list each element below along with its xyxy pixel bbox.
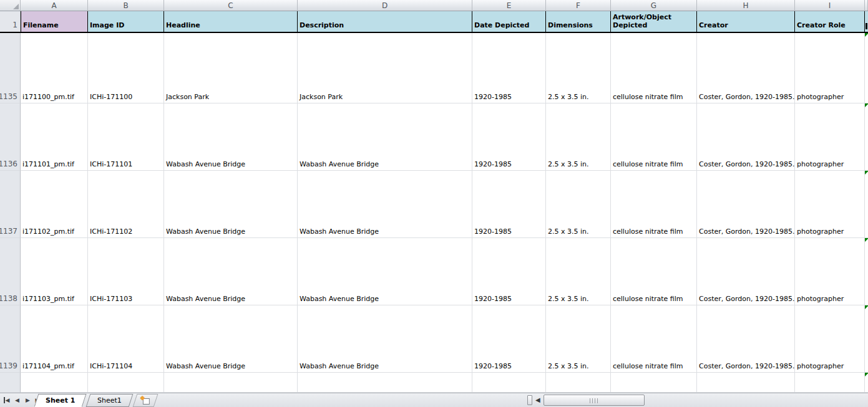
table-row: 1138 i171103_pm.tif ICHi-171103 Wabash A… — [0, 238, 868, 305]
cell-description[interactable]: Wabash Avenue Bridge — [298, 305, 472, 373]
row-number-partial[interactable] — [0, 373, 21, 393]
cell-j-partial[interactable] — [865, 171, 868, 238]
cell-description[interactable]: Wabash Avenue Bridge — [298, 171, 472, 238]
cell-filename[interactable]: i171104_pm.tif — [21, 305, 88, 373]
cell-empty[interactable] — [164, 373, 298, 393]
cell-headline[interactable]: Jackson Park — [164, 33, 298, 103]
cell-dimensions[interactable]: 2.5 x 3.5 in. — [546, 33, 611, 103]
cell-artwork-object-depicted[interactable]: cellulose nitrate film — [611, 238, 697, 305]
cell-image-id[interactable]: ICHi-171101 — [88, 103, 164, 171]
cell-filename[interactable]: i171102_pm.tif — [21, 171, 88, 238]
previous-sheet-button[interactable]: ◀ — [13, 396, 21, 405]
cell-creator[interactable]: Coster, Gordon, 1920-1985. — [697, 33, 795, 103]
cell-image-id[interactable]: ICHi-171102 — [88, 171, 164, 238]
cell-dimensions[interactable]: 2.5 x 3.5 in. — [546, 103, 611, 171]
tab-sheet1-inactive[interactable]: Sheet1 — [86, 394, 134, 407]
cell-j-partial[interactable] — [865, 373, 868, 393]
cell-empty[interactable] — [472, 373, 546, 393]
cell-date-depicted[interactable]: 1920-1985 — [472, 238, 546, 305]
cell-empty[interactable] — [298, 373, 472, 393]
cell-date-depicted[interactable]: 1920-1985 — [472, 171, 546, 238]
cell-dimensions[interactable]: 2.5 x 3.5 in. — [546, 171, 611, 238]
column-header-f[interactable]: F — [546, 0, 611, 11]
column-header-a[interactable]: A — [21, 0, 88, 11]
header-cell-j-partial[interactable] — [865, 11, 868, 32]
previous-sheet-icon: ◀ — [15, 397, 19, 403]
next-sheet-button[interactable]: ▶ — [24, 396, 32, 405]
first-sheet-button[interactable]: ◀ — [2, 396, 11, 405]
cell-description[interactable]: Wabash Avenue Bridge — [298, 103, 472, 171]
cell-image-id[interactable]: ICHi-171103 — [88, 238, 164, 305]
header-cell-artwork-object-depicted[interactable]: Artwork/Object Depicted — [611, 11, 697, 32]
cell-image-id[interactable]: ICHi-171104 — [88, 305, 164, 373]
cell-j-partial[interactable] — [865, 305, 868, 373]
cell-creator-role[interactable]: photographer — [795, 171, 865, 238]
select-all-corner[interactable] — [0, 0, 21, 11]
cell-headline[interactable]: Wabash Avenue Bridge — [164, 171, 298, 238]
row-number-1138[interactable]: 1138 — [0, 238, 21, 305]
column-header-h[interactable]: H — [697, 0, 795, 11]
column-header-b[interactable]: B — [88, 0, 164, 11]
hscroll-left-arrow-icon[interactable]: ◀ — [535, 396, 540, 403]
header-cell-image-id[interactable]: Image ID — [88, 11, 164, 32]
tab-sheet-1-active[interactable]: Sheet 1 — [34, 394, 87, 407]
cell-empty[interactable] — [795, 373, 865, 393]
column-header-g[interactable]: G — [611, 0, 697, 11]
cell-description[interactable]: Jackson Park — [298, 33, 472, 103]
cell-filename[interactable]: i171103_pm.tif — [21, 238, 88, 305]
cell-filename[interactable]: i171101_pm.tif — [21, 103, 88, 171]
cell-empty[interactable] — [611, 373, 697, 393]
cell-j-partial[interactable] — [865, 103, 868, 171]
cell-creator-role[interactable]: photographer — [795, 103, 865, 171]
cell-creator[interactable]: Coster, Gordon, 1920-1985. — [697, 171, 795, 238]
cell-headline[interactable]: Wabash Avenue Bridge — [164, 305, 298, 373]
header-cell-headline[interactable]: Headline — [164, 11, 298, 32]
cell-creator-role[interactable]: photographer — [795, 305, 865, 373]
row-number-1137[interactable]: 1137 — [0, 171, 21, 238]
cell-creator-role[interactable]: photographer — [795, 33, 865, 103]
row-number-1[interactable]: 1 — [0, 11, 21, 32]
header-cell-description[interactable]: Description — [298, 11, 472, 32]
cell-j-partial[interactable] — [865, 33, 868, 103]
column-header-d[interactable]: D — [298, 0, 472, 11]
cell-empty[interactable] — [21, 373, 88, 393]
cell-dimensions[interactable]: 2.5 x 3.5 in. — [546, 305, 611, 373]
cell-empty[interactable] — [88, 373, 164, 393]
row-number-1136[interactable]: 1136 — [0, 103, 21, 171]
cell-filename[interactable]: i171100_pm.tif — [21, 33, 88, 103]
cell-empty[interactable] — [697, 373, 795, 393]
cell-artwork-object-depicted[interactable]: cellulose nitrate film — [611, 103, 697, 171]
row-number-1135[interactable]: 1135 — [0, 33, 21, 103]
cell-artwork-object-depicted[interactable]: cellulose nitrate film — [611, 33, 697, 103]
cell-creator[interactable]: Coster, Gordon, 1920-1985. — [697, 305, 795, 373]
horizontal-scrollbar-thumb[interactable] — [544, 395, 645, 406]
cell-creator[interactable]: Coster, Gordon, 1920-1985. — [697, 238, 795, 305]
header-cell-creator[interactable]: Creator — [697, 11, 795, 32]
column-header-i[interactable]: I — [795, 0, 865, 11]
cell-dimensions[interactable]: 2.5 x 3.5 in. — [546, 238, 611, 305]
cell-j-partial[interactable] — [865, 238, 868, 305]
cell-date-depicted[interactable]: 1920-1985 — [472, 103, 546, 171]
header-cell-filename[interactable]: Filename — [21, 11, 88, 32]
column-header-j-partial[interactable] — [865, 0, 868, 11]
cell-headline[interactable]: Wabash Avenue Bridge — [164, 238, 298, 305]
cell-headline[interactable]: Wabash Avenue Bridge — [164, 103, 298, 171]
row-number-1139[interactable]: 1139 — [0, 305, 21, 373]
cell-artwork-object-depicted[interactable]: cellulose nitrate film — [611, 171, 697, 238]
insert-worksheet-button[interactable]: ◆ — [133, 394, 158, 407]
first-sheet-icon: ◀ — [4, 397, 10, 403]
cell-creator[interactable]: Coster, Gordon, 1920-1985. — [697, 103, 795, 171]
cell-empty[interactable] — [546, 373, 611, 393]
column-header-c[interactable]: C — [164, 0, 298, 11]
header-cell-date-depicted[interactable]: Date Depicted — [472, 11, 546, 32]
cell-description[interactable]: Wabash Avenue Bridge — [298, 238, 472, 305]
cell-date-depicted[interactable]: 1920-1985 — [472, 305, 546, 373]
column-header-e[interactable]: E — [472, 0, 546, 11]
cell-artwork-object-depicted[interactable]: cellulose nitrate film — [611, 305, 697, 373]
header-cell-creator-role[interactable]: Creator Role — [795, 11, 865, 32]
cell-image-id[interactable]: ICHi-171100 — [88, 33, 164, 103]
cell-creator-role[interactable]: photographer — [795, 238, 865, 305]
header-cell-dimensions[interactable]: Dimensions — [546, 11, 611, 32]
tab-scrollbar-splitter[interactable] — [527, 395, 532, 405]
cell-date-depicted[interactable]: 1920-1985 — [472, 33, 546, 103]
